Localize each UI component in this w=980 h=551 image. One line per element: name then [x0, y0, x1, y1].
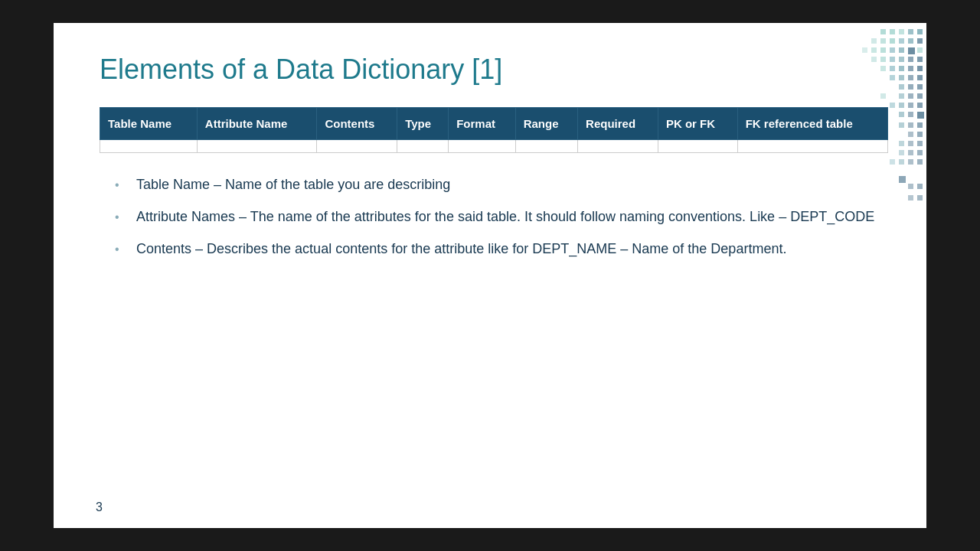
svg-rect-19	[880, 57, 886, 62]
col-header-pk-fk: PK or FK	[658, 108, 737, 140]
table-header-row: Table Name Attribute Name Contents Type …	[100, 108, 888, 140]
table-row	[100, 140, 888, 153]
svg-rect-42	[908, 103, 913, 108]
svg-rect-56	[908, 150, 913, 155]
svg-rect-0	[880, 29, 886, 34]
svg-rect-10	[917, 38, 923, 44]
svg-rect-62	[899, 176, 906, 183]
svg-rect-50	[908, 132, 913, 137]
svg-rect-58	[890, 159, 895, 165]
svg-rect-31	[908, 75, 913, 80]
svg-rect-63	[908, 184, 913, 189]
svg-rect-13	[880, 47, 886, 53]
svg-rect-35	[917, 84, 923, 90]
svg-rect-46	[917, 112, 924, 119]
svg-rect-37	[899, 93, 904, 99]
svg-rect-23	[917, 57, 923, 62]
slide-number: 3	[96, 500, 103, 514]
svg-rect-1	[890, 29, 895, 34]
col-header-format: Format	[449, 108, 516, 140]
svg-rect-26	[899, 66, 904, 71]
svg-rect-36	[880, 93, 886, 99]
data-dictionary-table: Table Name Attribute Name Contents Type …	[100, 107, 888, 153]
svg-rect-65	[908, 195, 913, 201]
svg-rect-45	[908, 112, 913, 117]
svg-rect-44	[899, 112, 904, 117]
svg-rect-61	[917, 159, 923, 165]
svg-rect-30	[899, 75, 904, 80]
svg-rect-54	[917, 141, 923, 146]
svg-rect-43	[917, 103, 923, 108]
svg-rect-64	[917, 184, 923, 189]
svg-rect-18	[871, 57, 877, 62]
svg-rect-6	[880, 38, 886, 44]
svg-rect-14	[890, 47, 895, 53]
bullet-item-table-name: Table Name – Name of the table you are d…	[115, 174, 888, 194]
svg-rect-60	[908, 159, 913, 165]
svg-rect-59	[899, 159, 904, 165]
svg-rect-49	[917, 122, 923, 128]
svg-rect-22	[908, 57, 913, 62]
svg-rect-4	[917, 29, 923, 34]
svg-rect-16	[908, 47, 915, 54]
svg-rect-38	[908, 93, 913, 99]
slide-title: Elements of a Data Dictionary [1]	[100, 54, 888, 86]
svg-rect-34	[908, 84, 913, 90]
svg-rect-57	[917, 150, 923, 155]
svg-rect-48	[908, 122, 913, 128]
svg-rect-21	[899, 57, 904, 62]
col-header-range: Range	[515, 108, 577, 140]
svg-rect-15	[899, 47, 904, 53]
svg-rect-41	[899, 103, 904, 108]
svg-rect-2	[899, 29, 904, 34]
svg-rect-66	[917, 195, 923, 201]
svg-rect-12	[871, 47, 877, 53]
slide: // We'll hardcode a representative patte…	[54, 23, 926, 528]
svg-rect-27	[908, 66, 913, 71]
svg-rect-8	[899, 38, 904, 44]
col-header-contents: Contents	[317, 108, 397, 140]
col-header-attribute-name: Attribute Name	[197, 108, 317, 140]
svg-rect-20	[890, 57, 895, 62]
svg-rect-40	[890, 103, 895, 108]
bullet-list: Table Name – Name of the table you are d…	[100, 174, 888, 259]
svg-rect-11	[862, 47, 867, 53]
svg-rect-55	[899, 150, 904, 155]
svg-rect-3	[908, 29, 913, 34]
svg-rect-52	[899, 141, 904, 146]
svg-rect-9	[908, 38, 913, 44]
svg-rect-28	[917, 66, 923, 71]
col-header-table-name: Table Name	[100, 108, 198, 140]
svg-rect-51	[917, 132, 923, 137]
svg-rect-33	[899, 84, 904, 90]
svg-rect-32	[917, 75, 923, 80]
svg-rect-5	[871, 38, 877, 44]
svg-rect-25	[890, 66, 895, 71]
svg-rect-24	[880, 66, 886, 71]
bullet-item-contents: Contents – Describes the actual contents…	[115, 239, 888, 259]
svg-rect-47	[899, 122, 904, 128]
svg-rect-39	[917, 93, 923, 99]
col-header-required: Required	[578, 108, 658, 140]
bullet-item-attribute-names: Attribute Names – The name of the attrib…	[115, 207, 888, 227]
svg-rect-17	[917, 47, 923, 53]
svg-rect-53	[908, 141, 913, 146]
svg-rect-29	[890, 75, 895, 80]
svg-rect-7	[890, 38, 895, 44]
col-header-type: Type	[397, 108, 449, 140]
